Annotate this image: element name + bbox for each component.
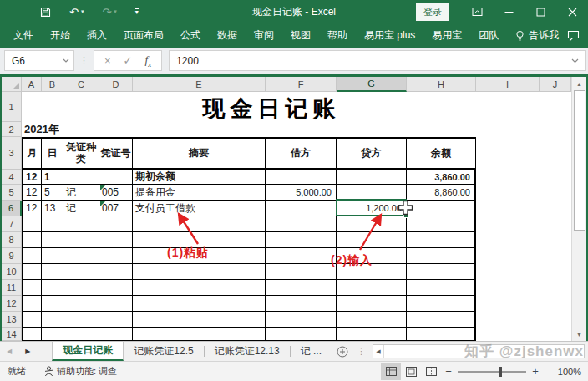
cell[interactable] bbox=[63, 216, 99, 232]
minimize-button[interactable] bbox=[493, 0, 525, 23]
row-header-14[interactable]: 14 bbox=[2, 328, 22, 341]
ribbon-tab-page-layout[interactable]: 页面布局 bbox=[115, 23, 172, 48]
cell[interactable] bbox=[540, 216, 571, 232]
cell[interactable] bbox=[266, 328, 337, 341]
cell[interactable] bbox=[99, 280, 133, 296]
cell[interactable] bbox=[540, 312, 571, 328]
tab-options-dots-icon[interactable]: ⋮ bbox=[357, 346, 366, 357]
ribbon-tab-home[interactable]: 开始 bbox=[42, 23, 79, 48]
col-header-h[interactable]: H bbox=[407, 77, 476, 92]
cell[interactable] bbox=[22, 216, 42, 232]
row-header-4[interactable]: 4 bbox=[2, 170, 22, 185]
cell[interactable] bbox=[266, 296, 337, 312]
row-header-12[interactable]: 12 bbox=[2, 296, 22, 312]
expand-formula-bar-icon[interactable] bbox=[571, 58, 579, 64]
ribbon-tab-review[interactable]: 审阅 bbox=[246, 23, 282, 48]
row-header-7[interactable]: 7 bbox=[2, 216, 22, 232]
cell[interactable] bbox=[476, 264, 540, 280]
cell-f5-debit[interactable]: 5,000.00 bbox=[266, 185, 337, 201]
col-header-b[interactable]: B bbox=[42, 77, 63, 92]
cell-e6-summary[interactable]: 支付员工借款 bbox=[133, 201, 266, 216]
cell[interactable] bbox=[99, 264, 133, 280]
vertical-scroll-thumb[interactable] bbox=[574, 90, 585, 231]
cell[interactable] bbox=[63, 296, 99, 312]
cell[interactable] bbox=[476, 185, 540, 201]
cell[interactable] bbox=[133, 296, 266, 312]
cell[interactable] bbox=[540, 137, 571, 170]
ribbon-tab-team[interactable]: 团队 bbox=[470, 23, 507, 48]
cell[interactable] bbox=[22, 280, 42, 296]
cell-a2-year[interactable]: 2021年 bbox=[22, 122, 59, 137]
cell-header-debit[interactable]: 借方 bbox=[266, 137, 337, 170]
ribbon-tab-file[interactable]: 文件 bbox=[5, 23, 42, 48]
cell-header-summary[interactable]: 摘要 bbox=[133, 137, 266, 170]
cell[interactable] bbox=[337, 296, 407, 312]
view-page-layout-button[interactable] bbox=[401, 363, 421, 380]
ribbon-tab-formulas[interactable]: 公式 bbox=[172, 23, 209, 48]
view-normal-button[interactable] bbox=[381, 363, 401, 380]
zoom-slider-thumb[interactable] bbox=[499, 367, 502, 377]
row-header-5[interactable]: 5 bbox=[2, 185, 22, 201]
cell-a4[interactable]: 12 bbox=[22, 170, 42, 185]
col-header-d[interactable]: D bbox=[99, 77, 133, 92]
cell[interactable] bbox=[407, 232, 476, 248]
sign-in-button[interactable]: 登录 bbox=[416, 3, 449, 21]
cell[interactable] bbox=[476, 232, 540, 248]
col-header-a[interactable]: A bbox=[22, 77, 42, 92]
cell[interactable] bbox=[42, 312, 63, 328]
cell[interactable] bbox=[42, 216, 63, 232]
cell[interactable] bbox=[133, 280, 266, 296]
cell-e5-summary[interactable]: 提备用金 bbox=[133, 185, 266, 201]
cell[interactable] bbox=[476, 201, 540, 216]
tell-me-button[interactable]: 告诉我 bbox=[515, 28, 559, 43]
row-header-6-selected[interactable]: 6 bbox=[2, 201, 22, 216]
select-all-corner[interactable] bbox=[2, 77, 22, 92]
cell[interactable] bbox=[99, 328, 133, 341]
cell[interactable] bbox=[22, 312, 42, 328]
cell[interactable] bbox=[476, 248, 540, 264]
cell-g4[interactable] bbox=[337, 170, 407, 185]
cell[interactable] bbox=[407, 280, 476, 296]
ribbon-display-options-icon[interactable] bbox=[461, 0, 493, 23]
scroll-left-icon[interactable]: ◀ bbox=[373, 345, 384, 358]
cell[interactable] bbox=[407, 216, 476, 232]
cell[interactable] bbox=[476, 296, 540, 312]
cell[interactable] bbox=[266, 312, 337, 328]
ribbon-tab-view[interactable]: 视图 bbox=[282, 23, 319, 48]
cell[interactable] bbox=[540, 185, 571, 201]
row-header-11[interactable]: 11 bbox=[2, 280, 22, 296]
cell[interactable] bbox=[337, 312, 407, 328]
cell-e4-summary[interactable]: 期初余额 bbox=[133, 170, 266, 185]
cell-a5[interactable]: 12 bbox=[22, 185, 42, 201]
cell[interactable] bbox=[266, 216, 337, 232]
col-header-g-selected[interactable]: G bbox=[337, 77, 407, 92]
cell[interactable] bbox=[22, 232, 42, 248]
cell[interactable] bbox=[540, 264, 571, 280]
row-header-9[interactable]: 9 bbox=[2, 248, 22, 264]
cell[interactable] bbox=[540, 232, 571, 248]
undo-dropdown-icon[interactable]: ▾ bbox=[81, 8, 84, 15]
cell-header-month[interactable]: 月 bbox=[22, 137, 42, 170]
cell-header-balance[interactable]: 余额 bbox=[407, 137, 476, 170]
cell[interactable] bbox=[407, 312, 476, 328]
cell[interactable] bbox=[22, 296, 42, 312]
sheet-tab-voucher-12-13[interactable]: 记账凭证12.13 bbox=[205, 342, 290, 361]
sheet-tab-voucher-12-5[interactable]: 记账凭证12.5 bbox=[124, 342, 203, 361]
scroll-down-icon[interactable]: ▼ bbox=[572, 328, 586, 341]
close-button[interactable] bbox=[556, 0, 588, 23]
cell[interactable] bbox=[99, 232, 133, 248]
cell[interactable] bbox=[407, 264, 476, 280]
cell[interactable] bbox=[42, 296, 63, 312]
enter-icon[interactable]: ✓ bbox=[124, 54, 133, 67]
cell[interactable] bbox=[540, 170, 571, 185]
cell[interactable] bbox=[407, 296, 476, 312]
cell[interactable] bbox=[133, 264, 266, 280]
cell[interactable] bbox=[133, 328, 266, 341]
cell[interactable] bbox=[476, 328, 540, 341]
cell[interactable] bbox=[42, 232, 63, 248]
cell-header-day[interactable]: 日 bbox=[42, 137, 63, 170]
cell[interactable] bbox=[476, 137, 540, 170]
row-header-3[interactable]: 3 bbox=[2, 137, 22, 170]
row-header-13[interactable]: 13 bbox=[2, 312, 22, 328]
cell[interactable] bbox=[22, 328, 42, 341]
